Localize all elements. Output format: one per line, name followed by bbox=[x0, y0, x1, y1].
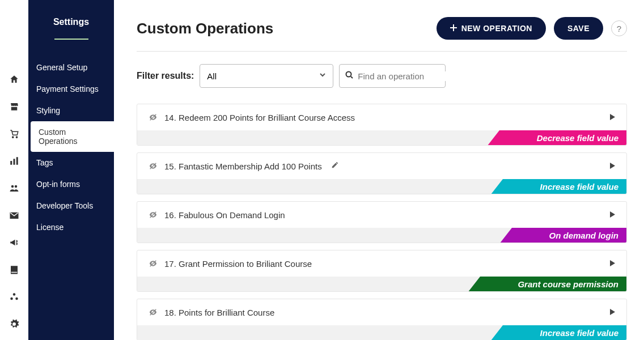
svg-point-5 bbox=[11, 185, 14, 188]
sidebar-item-label: Payment Settings bbox=[36, 84, 99, 94]
sidebar-item-label: Tags bbox=[36, 158, 53, 167]
search-input[interactable] bbox=[358, 71, 465, 81]
sidebar-item-label: Opt-in forms bbox=[36, 180, 80, 189]
operation-footer: Increase field value bbox=[137, 325, 626, 340]
icon-rail bbox=[0, 0, 28, 340]
operation-card: 15. Fantastic Membership Add 100 PointsI… bbox=[137, 152, 627, 194]
sidebar-title: Settings bbox=[28, 17, 114, 27]
operation-card: 16. Fabulous On Demand LoginOn demand lo… bbox=[137, 201, 627, 243]
sidebar-item-opt-in-forms[interactable]: Opt-in forms bbox=[28, 173, 114, 195]
sidebar-underline bbox=[54, 39, 88, 40]
caret-right-icon bbox=[610, 307, 615, 317]
svg-point-12 bbox=[346, 72, 351, 77]
operation-footer: Grant course permission bbox=[137, 277, 626, 291]
operation-title: 16. Fabulous On Demand Login bbox=[164, 210, 285, 220]
operation-badge: Grant course permission bbox=[496, 277, 626, 291]
sidebar-item-label: License bbox=[36, 223, 63, 232]
operation-title-wrap: 15. Fantastic Membership Add 100 Points bbox=[149, 161, 339, 171]
filter-label: Filter results: bbox=[137, 71, 194, 81]
eye-off-icon bbox=[149, 162, 158, 171]
operation-badge: On demand login bbox=[528, 228, 627, 243]
sidebar-item-developer-tools[interactable]: Developer Tools bbox=[28, 195, 114, 216]
caret-right-icon bbox=[610, 210, 615, 220]
store-icon[interactable] bbox=[9, 101, 20, 112]
operation-title-wrap: 17. Grant Permission to Briliant Course bbox=[149, 259, 312, 269]
pencil-icon[interactable] bbox=[331, 161, 339, 171]
mail-icon[interactable] bbox=[9, 210, 20, 221]
operation-title: 14. Redeem 200 Points for Brilliant Cour… bbox=[164, 113, 355, 122]
home-icon[interactable] bbox=[9, 74, 20, 85]
eye-off-icon bbox=[149, 308, 158, 317]
divider bbox=[137, 51, 627, 52]
new-operation-button[interactable]: NEW OPERATION bbox=[437, 17, 546, 40]
eye-off-icon bbox=[149, 259, 158, 268]
page-title: Custom Operations bbox=[137, 20, 273, 37]
operation-footer: On demand login bbox=[137, 228, 626, 243]
svg-rect-4 bbox=[16, 157, 18, 165]
caret-right-icon bbox=[610, 112, 615, 122]
sidebar-item-tags[interactable]: Tags bbox=[28, 152, 114, 173]
svg-point-11 bbox=[15, 298, 18, 300]
help-icon: ? bbox=[617, 24, 621, 33]
sidebar-item-custom-operations[interactable]: Custom Operations bbox=[31, 121, 114, 152]
sidebar: Settings General SetupPayment SettingsSt… bbox=[28, 0, 114, 340]
sidebar-item-label: Styling bbox=[36, 106, 60, 115]
search-icon bbox=[345, 71, 353, 81]
operation-footer: Increase field value bbox=[137, 179, 626, 194]
svg-point-0 bbox=[12, 137, 14, 138]
operation-badge: Increase field value bbox=[519, 179, 626, 194]
operation-title: 17. Grant Permission to Briliant Course bbox=[164, 259, 312, 269]
svg-point-9 bbox=[13, 293, 16, 296]
search-wrap bbox=[339, 64, 446, 88]
filter-select[interactable]: All bbox=[200, 64, 333, 88]
svg-rect-2 bbox=[10, 161, 12, 165]
sidebar-item-label: Developer Tools bbox=[36, 201, 93, 210]
svg-rect-3 bbox=[14, 159, 15, 165]
caret-right-icon bbox=[610, 161, 615, 171]
operation-title-wrap: 18. Points for Brilliant Course bbox=[149, 308, 274, 317]
eye-off-icon bbox=[149, 113, 158, 122]
modules-icon[interactable] bbox=[9, 291, 20, 303]
sidebar-item-label: General Setup bbox=[36, 63, 87, 72]
save-button[interactable]: SAVE bbox=[554, 17, 603, 40]
chart-icon[interactable] bbox=[9, 155, 20, 167]
sidebar-item-payment-settings[interactable]: Payment Settings bbox=[28, 78, 114, 100]
sidebar-item-styling[interactable]: Styling bbox=[28, 100, 114, 121]
operation-header[interactable]: 18. Points for Brilliant Course bbox=[137, 299, 626, 325]
operation-title-wrap: 16. Fabulous On Demand Login bbox=[149, 210, 285, 220]
book-icon[interactable] bbox=[9, 264, 20, 275]
gear-icon[interactable] bbox=[9, 318, 20, 330]
megaphone-icon[interactable] bbox=[9, 237, 20, 248]
svg-point-6 bbox=[15, 185, 18, 188]
cart-icon[interactable] bbox=[9, 128, 20, 139]
operation-header[interactable]: 14. Redeem 200 Points for Brilliant Cour… bbox=[137, 104, 626, 130]
main-content: Custom Operations NEW OPERATION SAVE ? F… bbox=[114, 0, 644, 340]
header-actions: NEW OPERATION SAVE ? bbox=[437, 17, 627, 40]
new-operation-label: NEW OPERATION bbox=[461, 24, 532, 33]
operation-header[interactable]: 17. Grant Permission to Briliant Course bbox=[137, 250, 626, 277]
operation-badge: Decrease field value bbox=[515, 130, 626, 145]
sidebar-item-general-setup[interactable]: General Setup bbox=[28, 57, 114, 78]
operation-list: 14. Redeem 200 Points for Brilliant Cour… bbox=[137, 104, 627, 340]
filter-select-wrap: All bbox=[200, 64, 333, 88]
save-label: SAVE bbox=[567, 24, 590, 33]
operation-footer: Decrease field value bbox=[137, 130, 626, 145]
sidebar-item-label: Custom Operations bbox=[39, 128, 77, 146]
filter-row: Filter results: All bbox=[137, 64, 627, 88]
operation-badge: Increase field value bbox=[519, 325, 626, 340]
operation-card: 17. Grant Permission to Briliant CourseG… bbox=[137, 250, 627, 292]
caret-right-icon bbox=[610, 258, 615, 269]
plus-icon bbox=[450, 24, 457, 33]
help-button[interactable]: ? bbox=[611, 20, 627, 36]
users-icon[interactable] bbox=[9, 182, 20, 194]
operation-title: 15. Fantastic Membership Add 100 Points bbox=[164, 162, 322, 171]
header: Custom Operations NEW OPERATION SAVE ? bbox=[137, 17, 627, 40]
operation-header[interactable]: 16. Fabulous On Demand Login bbox=[137, 202, 626, 228]
svg-point-10 bbox=[10, 298, 13, 300]
operation-title: 18. Points for Brilliant Course bbox=[164, 308, 274, 317]
operation-header[interactable]: 15. Fantastic Membership Add 100 Points bbox=[137, 153, 626, 179]
sidebar-item-license[interactable]: License bbox=[28, 216, 114, 238]
eye-off-icon bbox=[149, 210, 158, 219]
operation-card: 14. Redeem 200 Points for Brilliant Cour… bbox=[137, 104, 627, 146]
operation-title-wrap: 14. Redeem 200 Points for Brilliant Cour… bbox=[149, 113, 355, 122]
